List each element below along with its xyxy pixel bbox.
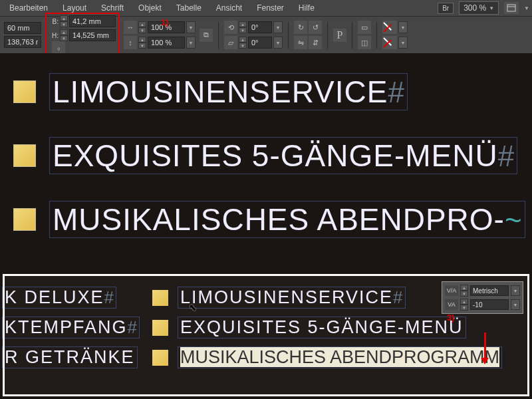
y-position-input[interactable] <box>4 36 41 48</box>
kerning-icon: V/A <box>445 285 458 296</box>
end-mark-icon: # <box>498 140 514 172</box>
kerning-spin-up[interactable]: ▲ <box>460 285 468 291</box>
view-mode-icon[interactable] <box>504 2 519 14</box>
annotation-arrow-icon <box>484 332 486 359</box>
rotate-spin-down[interactable]: ▼ <box>239 27 247 33</box>
chevron-down-icon: ▼ <box>489 5 494 11</box>
bullet-square[interactable] <box>152 290 168 306</box>
end-mark-icon: # <box>393 287 402 307</box>
height-spin-down[interactable]: ▼ <box>60 35 68 41</box>
menu-objekt[interactable]: Objekt <box>132 1 168 15</box>
stroke-dropdown[interactable]: ▼ <box>398 37 408 49</box>
chevron-down-icon[interactable]: ▼ <box>524 5 529 11</box>
menu-tabelle[interactable]: Tabelle <box>170 1 208 15</box>
rotate-group: ⟲ ▲▼ ▼ ▱ ▲▼ ▼ <box>224 21 283 49</box>
document-canvas-lower: K DELUXE# KTEMPFANG# R GETRÄNKE LIMOUSIN… <box>3 274 529 396</box>
shear-input[interactable] <box>248 37 272 49</box>
svg-rect-0 <box>507 5 515 11</box>
scalex-spin-down[interactable]: ▼ <box>138 27 146 33</box>
paragraph-style-icon[interactable]: P <box>333 29 346 42</box>
text-frame[interactable]: LIMOUSINENSERVICE# <box>178 287 406 309</box>
fill-dropdown[interactable]: ▼ <box>398 21 408 33</box>
scale-y-input[interactable] <box>148 37 185 49</box>
kerning-spin-down[interactable]: ▼ <box>460 291 468 297</box>
height-input[interactable] <box>69 29 116 41</box>
text-frame[interactable]: LIMOUSINENSERVICE# <box>49 73 408 110</box>
scale-group: ↔ ▲▼ ▼ ↕ ▲▼ ▼ <box>124 21 196 49</box>
rotate-input[interactable] <box>248 21 272 33</box>
annotation-1: 1) <box>161 17 169 27</box>
kerning-mode-input[interactable] <box>470 285 509 296</box>
stroke-swatch-icon[interactable] <box>382 36 397 49</box>
scale-x-icon: ↔ <box>124 21 137 34</box>
menu-hilfe[interactable]: Hilfe <box>292 1 321 15</box>
bullet-square[interactable] <box>13 144 36 167</box>
tracking-input[interactable] <box>470 299 509 310</box>
bullet-square[interactable] <box>13 208 36 231</box>
scale-y-icon: ↕ <box>124 36 137 49</box>
rotate-spin-up[interactable]: ▲ <box>239 21 247 27</box>
size-group-highlight: B: ▲▼ H: ▲▼ ⬨ <box>45 13 120 57</box>
zoom-value: 300 % <box>464 3 486 13</box>
kerning-panel: V/A ▲▼ ▼ VA ▲▼ ▼ <box>442 281 523 314</box>
scale-x-dropdown[interactable]: ▼ <box>186 21 196 33</box>
rotate-icon: ⟲ <box>224 21 237 34</box>
position-group <box>4 22 41 48</box>
scalex-spin-up[interactable]: ▲ <box>138 21 146 27</box>
link-scale-icon[interactable]: ⧉ <box>200 29 213 42</box>
text-frame[interactable]: EXQUISITES 5-GÄNGE-MENÜ <box>178 317 466 338</box>
bullet-square[interactable] <box>152 350 168 366</box>
end-mark-icon: # <box>128 317 137 337</box>
text-frame[interactable]: EXQUISITES 5-GÄNGE-MENÜ# <box>49 137 517 174</box>
document-canvas-upper: LIMOUSINENSERVICE# EXQUISITES 5-GÄNGE-ME… <box>0 53 532 270</box>
text-frame[interactable]: KTEMPFANG# <box>2 317 140 338</box>
text-right-1: LIMOUSINENSERVICE <box>180 287 393 307</box>
rotate-dropdown[interactable]: ▼ <box>273 21 283 33</box>
width-spin-down[interactable]: ▼ <box>60 21 68 27</box>
constrain-proportions-icon[interactable]: ⬨ <box>52 41 65 55</box>
x-position-input[interactable] <box>4 22 41 34</box>
flip-h-icon[interactable]: ⇋ <box>294 36 307 49</box>
flip-v-icon[interactable]: ⇵ <box>309 36 322 49</box>
width-input[interactable] <box>69 15 116 27</box>
tracking-icon: VA <box>445 299 458 310</box>
fill-swatch-icon[interactable] <box>382 21 397 34</box>
kerning-dropdown[interactable]: ▼ <box>511 285 520 296</box>
scaley-spin-down[interactable]: ▼ <box>138 43 146 49</box>
width-spin-up[interactable]: ▲ <box>60 15 68 21</box>
select-container-icon[interactable]: ▭ <box>358 21 371 34</box>
bullet-square[interactable] <box>13 80 36 103</box>
annotation-3: 3) <box>447 313 455 323</box>
text-left-3: R GETRÄNKE <box>5 347 135 367</box>
zoom-level[interactable]: 300 % ▼ <box>459 1 499 15</box>
text-left-2: KTEMPFANG <box>5 317 128 337</box>
bullet-square[interactable] <box>152 320 168 336</box>
bridge-badge[interactable]: Br <box>438 3 454 14</box>
rotate-cw-icon[interactable]: ↻ <box>294 21 307 34</box>
tracking-spin-down[interactable]: ▼ <box>460 305 468 311</box>
control-bar: B: ▲▼ H: ▲▼ ⬨ ↔ ▲▼ ▼ ↕ ▲▼ ▼ ⧉ <box>0 16 532 53</box>
height-label: H: <box>49 32 59 39</box>
height-spin-up[interactable]: ▲ <box>60 29 68 35</box>
overflow-mark-icon: ~ <box>505 203 522 236</box>
text-line-3: MUSIKALISCHES ABENDPRO- <box>53 202 505 237</box>
shear-spin-down[interactable]: ▼ <box>239 43 247 49</box>
cursor-icon: ⬉ <box>189 302 197 313</box>
tracking-dropdown[interactable]: ▼ <box>511 299 520 310</box>
menu-ansicht[interactable]: Ansicht <box>209 1 249 15</box>
end-mark-icon: # <box>104 287 114 307</box>
text-frame[interactable]: R GETRÄNKE <box>2 346 138 368</box>
text-line-2: EXQUISITES 5-GÄNGE-MENÜ <box>53 138 498 173</box>
shear-spin-up[interactable]: ▲ <box>239 37 247 43</box>
shear-dropdown[interactable]: ▼ <box>273 37 283 49</box>
text-line-1: LIMOUSINENSERVICE <box>53 74 388 109</box>
select-content-icon[interactable]: ◫ <box>358 36 371 49</box>
scaley-spin-up[interactable]: ▲ <box>138 37 146 43</box>
rotate-ccw-icon[interactable]: ↺ <box>309 21 322 34</box>
text-frame[interactable]: K DELUXE# <box>2 287 116 309</box>
text-frame[interactable]: MUSIKALISCHES ABENDPRO-~ <box>49 201 525 238</box>
menu-fenster[interactable]: Fenster <box>250 1 291 15</box>
text-frame-selected[interactable]: MUSIKALISCHES ABENDPROGRAMM <box>178 346 502 368</box>
scale-y-dropdown[interactable]: ▼ <box>186 37 196 49</box>
tracking-spin-up[interactable]: ▲ <box>460 299 468 305</box>
